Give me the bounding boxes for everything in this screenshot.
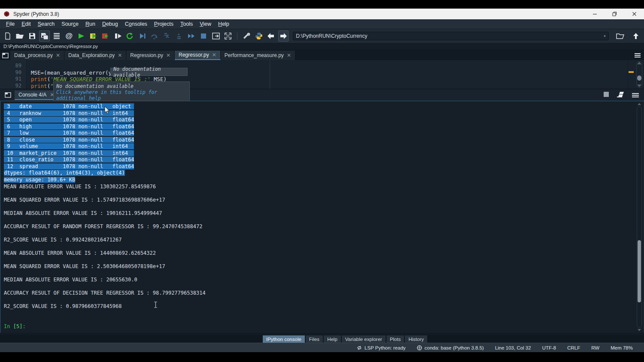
window-controls xyxy=(585,9,644,19)
calltip-hint[interactable]: No documentation available xyxy=(110,68,188,76)
menu-consoles[interactable]: Consoles xyxy=(122,20,151,28)
menu-run[interactable]: Run xyxy=(82,20,99,28)
pane-tab-variable-explorer[interactable]: Variable explorer xyxy=(342,335,386,343)
mouse-cursor-icon xyxy=(104,106,110,115)
step-into-icon[interactable] xyxy=(161,30,172,42)
console-line: dtypes: float64(6), int64(3), object(4) xyxy=(4,170,632,177)
close-button[interactable] xyxy=(624,9,644,19)
tooltip-help-link[interactable]: Click anywhere in this tooltip for addit… xyxy=(56,89,187,101)
tab-close-icon[interactable]: ✕ xyxy=(56,52,60,58)
editor-tab-data_process-py[interactable]: Data_process.py✕ xyxy=(10,51,64,60)
working-directory-input[interactable]: D:\PythonRUN\CryptoCurrency ▾ xyxy=(293,32,609,40)
editor-scrollbar[interactable] xyxy=(628,60,644,89)
env-status-icon xyxy=(417,345,422,350)
console-prompt[interactable]: In [5]: xyxy=(4,323,632,330)
save-icon[interactable] xyxy=(27,30,37,42)
fullscreen-icon[interactable] xyxy=(223,30,233,42)
stop-icon[interactable] xyxy=(198,30,209,42)
console-scroll-thumb[interactable] xyxy=(638,240,641,302)
status-utf-8: UTF-8 xyxy=(542,345,568,350)
menu-file[interactable]: File xyxy=(3,20,18,28)
pane-tab-history[interactable]: History xyxy=(405,335,427,343)
menu-source[interactable]: Source xyxy=(58,20,82,28)
step-return-icon[interactable] xyxy=(174,30,184,42)
console-line xyxy=(4,203,632,210)
console-line xyxy=(4,317,632,324)
menu-edit[interactable]: Edit xyxy=(18,20,34,28)
scroll-down-icon[interactable] xyxy=(637,84,641,87)
editor-scroll-thumb[interactable] xyxy=(637,75,641,81)
preferences-icon[interactable] xyxy=(241,30,252,42)
editor-tab-data_exploration-py[interactable]: Data_Exploration.py✕ xyxy=(64,51,126,60)
tab-close-icon[interactable]: ✕ xyxy=(166,52,170,58)
pane-tab-files[interactable]: Files xyxy=(306,335,323,343)
spyder-logo-icon xyxy=(3,11,10,17)
interrupt-kernel-icon[interactable] xyxy=(603,91,610,100)
run-cell-icon[interactable] xyxy=(88,30,99,42)
find-symbols-icon[interactable]: @ xyxy=(64,30,74,42)
tab-close-icon[interactable]: ✕ xyxy=(118,52,122,58)
console-line: ACCURACY RESULT OF DECISION TREE REGRESS… xyxy=(4,290,632,297)
documentation-tooltip[interactable]: No documentation available Click anywher… xyxy=(53,81,190,101)
pane-tab-help[interactable]: Help xyxy=(324,335,341,343)
minimize-button[interactable] xyxy=(585,9,605,19)
restore-button[interactable] xyxy=(605,9,624,19)
run-file-icon[interactable] xyxy=(76,30,86,42)
console-scroll-down-icon[interactable] xyxy=(638,329,641,331)
editor-scroll-track[interactable] xyxy=(636,61,642,87)
console-line: MEAN SQUARED ERROR VALUE IS : 1.57497183… xyxy=(4,197,632,204)
scroll-up-icon[interactable] xyxy=(637,62,641,64)
menu-search[interactable]: Search xyxy=(34,20,58,28)
console-browse-tabs-icon[interactable] xyxy=(3,90,13,100)
working-directory-value: D:\PythonRUN\CryptoCurrency xyxy=(296,33,604,39)
console-line: memory usage: 109.6+ KB xyxy=(4,177,632,184)
menu-tools[interactable]: Tools xyxy=(177,20,196,28)
maximize-pane-icon[interactable] xyxy=(210,30,221,42)
menu-projects[interactable]: Projects xyxy=(151,20,177,28)
editor-tab-regressor-py[interactable]: Regressor.py✕ xyxy=(175,51,221,60)
open-file-icon[interactable] xyxy=(15,30,25,42)
menu-help[interactable]: Help xyxy=(215,20,233,28)
pane-tab-plots[interactable]: Plots xyxy=(386,335,404,343)
editor-options-menu-icon[interactable] xyxy=(635,52,641,58)
save-all-icon[interactable] xyxy=(39,30,50,42)
console-options-menu-icon[interactable] xyxy=(632,92,639,98)
lsp-status-icon xyxy=(357,345,362,350)
console-scrollbar[interactable] xyxy=(635,102,643,332)
clear-console-icon[interactable] xyxy=(617,91,625,99)
ipython-console[interactable]: 3 date 1078 non-null object 4 ranknow 10… xyxy=(0,101,644,333)
tab-close-icon[interactable]: ✕ xyxy=(212,52,216,58)
console-line: 5 open 1078 non-null float64 xyxy=(4,117,632,124)
console-line: MEAN ABSOLUTE ERROR VALUE IS : 130302257… xyxy=(4,184,632,190)
continue-icon[interactable] xyxy=(186,30,196,42)
console-line: 7 low 1078 non-null float64 xyxy=(4,130,632,137)
run-cell-advance-icon[interactable] xyxy=(100,30,111,42)
status-mem-78-: Mem 78% xyxy=(611,345,644,350)
browse-working-directory-icon[interactable] xyxy=(615,30,626,42)
editor-tab-performance_measure-py[interactable]: Performance_measure.py✕ xyxy=(221,51,295,60)
rerun-cell-icon[interactable] xyxy=(125,30,135,42)
spyder-window: Spyder (Python 3.8) FileEditSearchSource… xyxy=(0,9,644,352)
run-selection-icon[interactable] xyxy=(112,30,123,42)
browse-tabs-icon[interactable] xyxy=(0,51,10,60)
file-switcher-icon[interactable] xyxy=(52,30,62,42)
debug-file-icon[interactable] xyxy=(137,30,147,42)
menu-view[interactable]: View xyxy=(196,20,215,28)
tab-close-icon[interactable]: ✕ xyxy=(287,52,291,58)
tooltip-line1: No documentation available xyxy=(56,83,187,89)
console-line: ACCURACY RESULT OF RANDOM FOREST REGRESS… xyxy=(4,223,632,230)
back-icon[interactable] xyxy=(266,30,276,42)
tab-label: Data_Exploration.py xyxy=(68,52,115,58)
pane-tab-ipython-console[interactable]: IPython console xyxy=(263,335,305,343)
console-scroll-up-icon[interactable] xyxy=(638,103,641,105)
parent-directory-icon[interactable] xyxy=(630,30,641,42)
console-line: MEDIAN ABSOLUTE ERROR VALUE IS : 1901621… xyxy=(4,210,632,217)
dropdown-caret-icon[interactable]: ▾ xyxy=(604,34,606,38)
step-over-icon[interactable] xyxy=(149,30,160,42)
forward-icon[interactable] xyxy=(278,30,289,42)
editor-tab-regression-py[interactable]: Regression.py✕ xyxy=(126,51,175,60)
menu-debug[interactable]: Debug xyxy=(99,20,122,28)
console-tab[interactable]: Console 4/A ✕ xyxy=(15,90,58,100)
new-file-icon[interactable] xyxy=(3,30,13,42)
python-path-manager-icon[interactable] xyxy=(254,30,264,42)
